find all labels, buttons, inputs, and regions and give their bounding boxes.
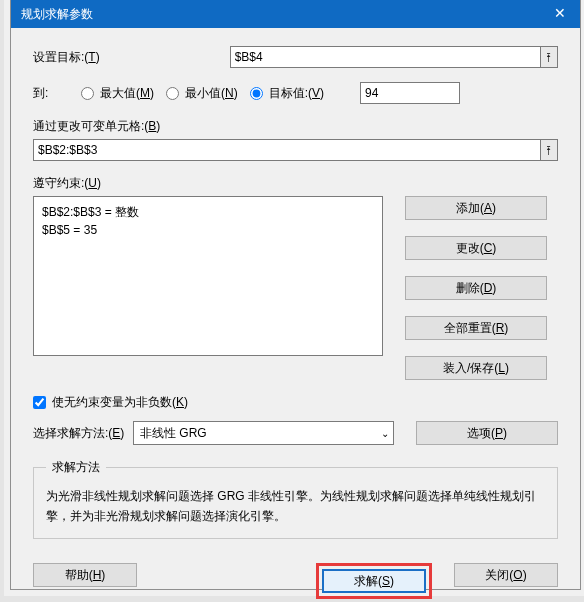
constraints-label: 遵守约束:(U) <box>33 175 101 192</box>
close-icon[interactable]: ✕ <box>540 0 580 28</box>
change-button[interactable]: 更改(C) <box>405 236 547 260</box>
method-select-label: 选择求解方法:(E) <box>33 425 133 442</box>
delete-button[interactable]: 删除(D) <box>405 276 547 300</box>
radio-max[interactable]: 最大值(M) <box>81 85 154 102</box>
add-button[interactable]: 添加(A) <box>405 196 547 220</box>
options-button[interactable]: 选项(P) <box>416 421 558 445</box>
method-legend: 求解方法 <box>46 459 106 476</box>
chevron-down-icon: ⌄ <box>381 428 389 439</box>
nonneg-checkbox[interactable]: 使无约束变量为非负数(K) <box>33 394 188 411</box>
constraints-listbox[interactable]: $B$2:$B$3 = 整数 $B$5 = 35 <box>33 196 383 356</box>
titlebar: 规划求解参数 ✕ <box>11 0 580 28</box>
solve-button[interactable]: 求解(S) <box>322 569 426 593</box>
radio-value-of[interactable]: 目标值:(V) <box>250 85 324 102</box>
load-save-button[interactable]: 装入/保存(L) <box>405 356 547 380</box>
method-description: 为光滑非线性规划求解问题选择 GRG 非线性引擎。为线性规划求解问题选择单纯线性… <box>46 486 545 526</box>
dialog-title: 规划求解参数 <box>21 6 540 23</box>
dialog-body: 设置目标:(T) ⭱ 到: 最大值(M) 最小值(N) <box>11 28 580 549</box>
method-select[interactable]: 非线性 GRG ⌄ <box>133 421 394 445</box>
list-item[interactable]: $B$2:$B$3 = 整数 <box>42 203 374 221</box>
set-target-label: 设置目标:(T) <box>33 49 100 66</box>
close-button[interactable]: 关闭(O) <box>454 563 558 587</box>
by-changing-label: 通过更改可变单元格:(B) <box>33 118 160 135</box>
method-fieldset: 求解方法 为光滑非线性规划求解问题选择 GRG 非线性引擎。为线性规划求解问题选… <box>33 459 558 539</box>
solver-dialog: 规划求解参数 ✕ 设置目标:(T) ⭱ 到: 最大值(M) <box>10 0 581 590</box>
help-button[interactable]: 帮助(H) <box>33 563 137 587</box>
solve-highlight: 求解(S) <box>316 563 432 599</box>
target-refedit-icon[interactable]: ⭱ <box>540 46 558 68</box>
radio-min[interactable]: 最小值(N) <box>166 85 238 102</box>
changing-cells-input[interactable] <box>33 139 541 161</box>
changing-refedit-icon[interactable]: ⭱ <box>540 139 558 161</box>
target-value-input[interactable] <box>360 82 460 104</box>
target-input[interactable] <box>230 46 541 68</box>
reset-all-button[interactable]: 全部重置(R) <box>405 316 547 340</box>
dialog-footer: 帮助(H) 求解(S) 关闭(O) <box>11 549 580 602</box>
list-item[interactable]: $B$5 = 35 <box>42 221 374 239</box>
to-label: 到: <box>33 85 81 102</box>
